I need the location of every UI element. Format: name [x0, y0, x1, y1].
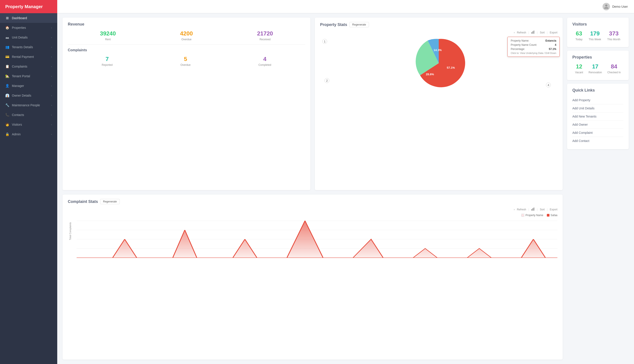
quick-link-item[interactable]: Add New Tenants [572, 112, 624, 120]
owner-details-icon: 👔 [5, 94, 9, 98]
user-info: Demo User [602, 3, 628, 10]
complaint-export-label[interactable]: Export [550, 208, 558, 211]
visitors-card: Visitors 63 Today 179 This Week 373 This… [567, 18, 629, 47]
complaint-sort-label[interactable]: Sort [540, 208, 544, 211]
quick-link-item[interactable]: Add Unit Details [572, 104, 624, 112]
quick-links-list: Add PropertyAdd Unit DetailsAdd New Tena… [572, 96, 624, 145]
stat-reported: 7 Reported [102, 56, 112, 66]
revenue-title: Revenue [68, 22, 305, 27]
completed-label: Completed [258, 64, 271, 66]
sidebar-item-manager[interactable]: 👤 Manager › [0, 81, 57, 91]
visitors-stats: 63 Today 179 This Week 373 This Month [572, 30, 624, 41]
chevron-icon: › [51, 65, 52, 68]
renovation-value: 17 [589, 63, 602, 70]
property-stats-title: Property Stats [320, 22, 347, 27]
sidebar-item-unit-details[interactable]: 🏘 Unit Details › [0, 32, 57, 42]
chevron-icon: › [51, 36, 52, 39]
area-chart-svg: 4 3 2 1 [76, 218, 558, 258]
sidebar-item-maintenance-people[interactable]: 🔧 Maintenance People › [0, 100, 57, 110]
sidebar-label-manager: Manager [12, 84, 24, 88]
completed-value: 4 [258, 56, 271, 62]
quick-link-item[interactable]: Add Owner [572, 120, 624, 129]
chevron-icon: › [51, 104, 52, 106]
rental-payment-icon: 💳 [5, 55, 9, 59]
complaint-chart-toolbar: › Refresh | | Sort | Export [68, 207, 558, 212]
sidebar-item-contacts[interactable]: 📞 Contacts › [0, 110, 57, 120]
sort-label[interactable]: Sort [540, 31, 544, 34]
renovation-label: Renovation [589, 71, 602, 74]
properties-icon: 🏠 [5, 26, 9, 30]
complaints-section: Complaints 7 Reported 5 Overdue 4 Comple… [68, 48, 305, 66]
user-name: Demo User [612, 5, 628, 8]
chart-type-icon[interactable] [531, 30, 535, 34]
pie-tooltip: Property Name: Estancia Property Name Co… [508, 37, 560, 57]
overdue-label: Overdue [180, 38, 193, 41]
y-axis-label: Total Complaints [69, 222, 72, 240]
vacant-value: 12 [575, 63, 583, 70]
this-week-label: This Week [589, 38, 601, 41]
sidebar-item-tenant-portal[interactable]: 🏡 Tenant Portal › [0, 71, 57, 81]
legend-checkbox-property[interactable]: ☐ [521, 214, 524, 217]
tenants-icon: 👥 [5, 45, 9, 49]
tooltip-val-3: 57.1% [549, 48, 556, 50]
reported-label: Reported [102, 64, 112, 66]
toolbar-divider: | [528, 31, 529, 34]
complaint-toolbar-divider3: | [547, 208, 548, 211]
toolbar-divider3: | [547, 31, 548, 34]
vacant-label: Vacant [575, 71, 583, 74]
unit-details-icon: 🏘 [5, 36, 9, 40]
tooltip-val-2: 4 [555, 43, 556, 46]
received-value: 21720 [257, 30, 273, 37]
complaints-overdue-label: Overdue [180, 64, 191, 66]
sidebar-label-complaints: Complaints [12, 65, 27, 68]
tooltip-key-3: Percentage: [511, 48, 525, 50]
complaint-regenerate-button[interactable]: Regenerate [100, 199, 120, 204]
svg-rect-3 [532, 209, 532, 210]
sidebar-label-owner-details: Owner Details [12, 94, 31, 97]
sidebar-item-tenants[interactable]: 👥 Tenants Details › [0, 42, 57, 52]
quick-link-item[interactable]: Add Contact [572, 137, 624, 145]
sidebar-item-complaints[interactable]: 📋 Complaints › [0, 62, 57, 71]
complaint-refresh-label[interactable]: Refresh [517, 208, 526, 211]
property-stats-header: Property Stats Regenerate [320, 22, 558, 27]
sidebar-item-rental-payment[interactable]: 💳 Rental Payment › [0, 52, 57, 62]
quick-link-item[interactable]: Add Property [572, 96, 624, 104]
avatar [602, 3, 610, 10]
sidebar-item-properties[interactable]: 🏠 Properties › [0, 23, 57, 32]
sidebar-item-dashboard[interactable]: ⊞ Dashboard [0, 13, 57, 23]
sidebar-label-dashboard: Dashboard [12, 16, 27, 20]
visitors-title: Visitors [572, 22, 624, 27]
tenant-portal-icon: 🏡 [5, 74, 9, 78]
pie-label-blue: 14.3% [434, 48, 442, 52]
complaint-stats-header: Complaint Stats Regenerate [68, 199, 558, 204]
quick-links-title: Quick Links [572, 88, 624, 93]
refresh-label[interactable]: Refresh [517, 31, 526, 34]
today-label: Today [576, 38, 582, 41]
regenerate-button[interactable]: Regenerate [349, 22, 369, 27]
complaint-chart-type-icon[interactable] [531, 207, 535, 212]
sidebar-item-owner-details[interactable]: 👔 Owner Details › [0, 91, 57, 100]
chevron-icon: › [51, 56, 52, 58]
chevron-icon: › [51, 26, 52, 29]
sidebar-label-maintenance: Maintenance People [12, 104, 40, 107]
today-value: 63 [576, 30, 582, 37]
export-label[interactable]: Export [550, 31, 558, 34]
complaint-toolbar-divider: | [528, 208, 529, 211]
complaint-stats-title: Complaint Stats [68, 200, 98, 204]
stat-overdue: 4200 Overdue [180, 30, 193, 41]
tooltip-val-1: Estancia [546, 39, 556, 42]
quick-link-item[interactable]: Add Complaint [572, 129, 624, 137]
stat-this-month: 373 This Month [607, 30, 620, 41]
this-month-label: This Month [607, 38, 620, 41]
pie-label-4: 4 [546, 82, 551, 87]
this-month-value: 373 [607, 30, 620, 37]
sidebar-item-visitors[interactable]: 🧑 Visitors › [0, 120, 57, 130]
tooltip-count: Property Name Count: 4 [511, 43, 556, 46]
stat-today: 63 Today [576, 30, 582, 41]
checked-in-label: Checked In [607, 71, 621, 74]
main-content: Demo User Revenue 39240 Rent 4200 Overdu… [57, 0, 634, 364]
sidebar-item-admin[interactable]: 🔒 Admin › [0, 130, 57, 139]
maintenance-icon: 🔧 [5, 103, 9, 107]
received-label: Received [257, 38, 273, 41]
overdue-value: 4200 [180, 30, 193, 37]
